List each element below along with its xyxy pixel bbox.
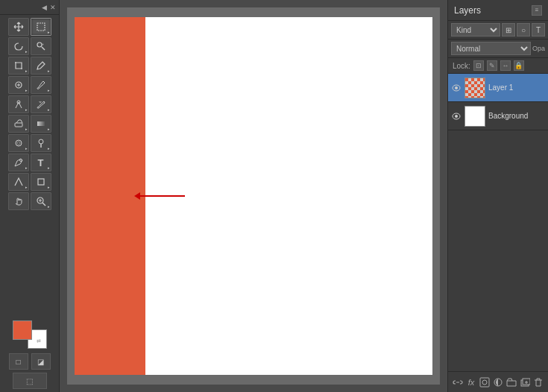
layer-item-background[interactable]: Background: [448, 102, 548, 130]
layer-fx-btn[interactable]: fx: [464, 376, 478, 389]
lock-row: Lock: ⊡ ✎ ↔ 🔒: [448, 58, 548, 74]
canvas-wrapper[interactable]: [75, 17, 432, 375]
panel-controls: ≡: [532, 5, 542, 16]
swap-icon[interactable]: ⇄: [37, 338, 41, 344]
zoom-tool-btn[interactable]: ▸: [31, 192, 51, 210]
tool-indicator-gradient: ▸: [48, 127, 50, 131]
svg-text:+: +: [42, 42, 44, 46]
link-layers-btn[interactable]: [451, 376, 464, 389]
svg-point-12: [39, 139, 43, 144]
new-adjustment-btn[interactable]: [491, 376, 505, 389]
svg-rect-15: [38, 179, 44, 185]
svg-point-14: [19, 159, 22, 162]
tool-indicator-heal: ▸: [25, 88, 28, 92]
svg-rect-8: [15, 123, 22, 127]
standard-mode-btn[interactable]: □: [9, 353, 28, 370]
lock-pixels-btn[interactable]: ⊡: [473, 60, 484, 71]
svg-rect-24: [480, 378, 489, 387]
filter-icon1-btn[interactable]: ⊞: [502, 23, 515, 37]
canvas-container: [67, 7, 440, 385]
type-tool-btn[interactable]: T ▸: [31, 154, 51, 171]
tool-indicator-crop: ▸: [25, 69, 28, 73]
lock-label: Lock:: [453, 62, 470, 70]
blur-tool-btn[interactable]: ▸: [8, 134, 29, 152]
svg-rect-9: [37, 121, 45, 126]
tool-row-2: ▸ +: [3, 37, 56, 55]
panel-title-bar: Layers ≡: [448, 0, 548, 21]
toolbar-close-btn[interactable]: ✕: [50, 4, 56, 11]
blend-opacity-row: Normal Opa: [448, 39, 548, 58]
pen-tool-btn[interactable]: ▸: [8, 154, 29, 171]
crop-tool-btn[interactable]: ▸: [8, 57, 29, 75]
background-visibility-btn[interactable]: [451, 111, 462, 121]
rect-marquee-tool-btn[interactable]: ▸: [31, 18, 51, 36]
add-mask-btn[interactable]: [478, 376, 491, 389]
path-select-btn[interactable]: ▸: [8, 173, 29, 191]
lock-all-btn[interactable]: 🔒: [514, 60, 524, 71]
lock-position-btn[interactable]: ↔: [500, 60, 511, 71]
svg-point-10: [16, 140, 22, 146]
dodge-tool-btn[interactable]: ▸: [31, 134, 51, 152]
svg-point-25: [482, 380, 487, 385]
tool-indicator-stamp: ▸: [25, 107, 28, 112]
tool-row-6: ▸ ▸: [3, 115, 56, 133]
quick-mask-btn[interactable]: ◪: [31, 353, 51, 370]
lock-image-btn[interactable]: ✎: [487, 60, 497, 71]
left-toolbar: ◀ ✕ ▸ ▸: [0, 0, 60, 392]
tool-indicator-type: ▸: [48, 165, 50, 170]
tool-indicator-histbrush: ▸: [48, 107, 50, 112]
panel-footer: fx: [448, 371, 548, 392]
delete-layer-btn[interactable]: [532, 376, 545, 389]
kind-filter-select[interactable]: Kind: [451, 23, 500, 37]
arrow-head: [134, 192, 140, 200]
screen-mode-toggle-btn[interactable]: ⬚: [13, 373, 47, 389]
move-tool-btn[interactable]: [8, 18, 29, 36]
brush-tool-btn[interactable]: ▸: [31, 76, 51, 94]
filter-icon3-btn[interactable]: T: [532, 23, 545, 37]
main-canvas-area: [60, 0, 447, 392]
hand-tool-btn[interactable]: [8, 192, 29, 210]
filter-icon2-btn[interactable]: ○: [517, 23, 530, 37]
background-thumbnail: [464, 106, 485, 127]
toolbar-bottom: ⇄ □ ◪ ⬚: [0, 317, 59, 392]
tool-row-4: ▸ ▸: [3, 76, 56, 94]
layers-list: Layer 1 Background: [448, 74, 548, 371]
new-layer-btn[interactable]: [518, 376, 532, 389]
history-brush-btn[interactable]: ▸: [31, 95, 51, 113]
heal-tool-btn[interactable]: ▸: [8, 76, 29, 94]
foreground-color-swatch[interactable]: [13, 320, 32, 340]
panel-menu-btn[interactable]: ≡: [532, 5, 542, 16]
toolbar-collapse-btn[interactable]: ◀: [42, 4, 47, 11]
shape-tool-btn[interactable]: ▸: [31, 173, 51, 191]
tool-indicator-brush: ▸: [48, 88, 50, 92]
lasso-tool-btn[interactable]: ▸: [8, 37, 29, 55]
tool-row-10: ▸: [3, 192, 56, 210]
tool-indicator-path: ▸: [25, 185, 28, 189]
background-layer-name: Background: [488, 112, 545, 120]
arrow-line: [140, 195, 185, 197]
fx-icon: fx: [468, 378, 475, 387]
tool-indicator-shape: ▸: [48, 185, 50, 189]
quick-select-tool-btn[interactable]: +: [31, 37, 51, 55]
stamp-tool-btn[interactable]: ▸: [8, 95, 29, 113]
svg-point-11: [17, 142, 20, 145]
layer1-visibility-btn[interactable]: [451, 83, 462, 93]
tool-indicator-eye: ▸: [48, 69, 50, 73]
blend-mode-select[interactable]: Normal: [451, 42, 531, 55]
svg-point-23: [455, 115, 458, 118]
tool-row-3: ▸ ▸: [3, 57, 56, 75]
gradient-tool-btn[interactable]: ▸: [31, 115, 51, 133]
tool-row-5: ▸ ▸: [3, 95, 56, 113]
svg-point-21: [455, 86, 458, 89]
new-group-btn[interactable]: [505, 376, 518, 389]
layer-item-layer1[interactable]: Layer 1: [448, 74, 548, 102]
svg-line-2: [42, 47, 45, 50]
tool-row-8: ▸ T ▸: [3, 154, 56, 171]
eyedropper-tool-btn[interactable]: ▸: [31, 57, 51, 75]
layer-filter-row: Kind ⊞ ○ T: [448, 21, 548, 39]
eraser-tool-btn[interactable]: ▸: [8, 115, 29, 133]
tool-indicator-lasso: ▸: [25, 49, 28, 54]
svg-line-17: [42, 203, 45, 206]
tool-row-1: ▸: [3, 18, 56, 36]
tool-indicator-dodge: ▸: [48, 146, 50, 151]
